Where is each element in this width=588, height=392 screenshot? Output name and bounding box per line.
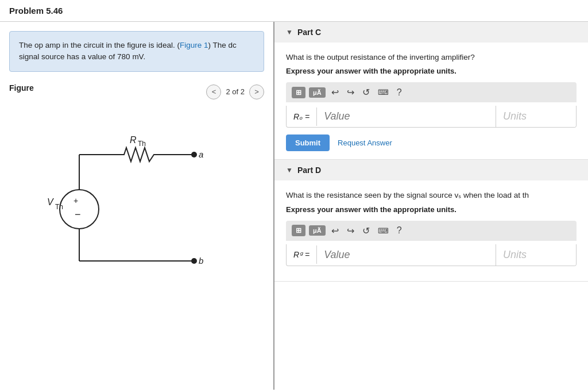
page-header: Problem 5.46 (0, 0, 588, 22)
figure-nav: < 2 of 2 > (206, 84, 264, 99)
part-c-instruction: Express your answer with the appropriate… (286, 67, 577, 75)
svg-text:Th: Th (55, 203, 63, 211)
part-d-section: ▼ Part D What is the resistance seen by … (274, 160, 588, 281)
part-c-header[interactable]: ▼ Part C (274, 22, 588, 43)
keyboard-btn-d[interactable]: ⌨ (376, 225, 391, 236)
part-c-actions: Submit Request Answer (286, 134, 577, 151)
part-d-value-input[interactable] (317, 244, 496, 266)
part-d-label-cell: Rᵍ = (287, 245, 317, 264)
chevron-down-icon-c: ▼ (286, 28, 293, 36)
part-d-units-box: Units (496, 244, 576, 266)
right-panel: ▼ Part C What is the output resistance o… (274, 22, 588, 390)
svg-text:b: b (199, 256, 203, 266)
refresh-btn-d[interactable]: ↺ (360, 224, 372, 237)
mu-btn-c[interactable]: μÃ (309, 87, 326, 98)
svg-text:Th: Th (138, 140, 146, 148)
help-btn-d[interactable]: ? (394, 224, 404, 237)
part-d-answer-row: Rᵍ = Units (286, 244, 577, 266)
part-c-question: What is the output resistance of the inv… (286, 49, 577, 63)
refresh-btn-c[interactable]: ↺ (360, 86, 372, 99)
part-c-label: Part C (297, 28, 321, 37)
svg-text:+: + (74, 196, 78, 205)
figure-link[interactable]: Figure 1 (180, 41, 208, 49)
request-answer-link-c[interactable]: Request Answer (338, 139, 392, 147)
nav-prev-button[interactable]: < (206, 84, 221, 99)
page-indicator: 2 of 2 (226, 87, 245, 96)
part-d-header[interactable]: ▼ Part D (274, 160, 588, 180)
part-c-answer-row: Rₒ = Units (286, 106, 577, 128)
matrix-icon-d[interactable]: ⊞ (292, 225, 305, 236)
part-c-label-cell: Rₒ = (287, 107, 317, 126)
part-c-units-box: Units (496, 106, 576, 127)
problem-text-box: The op amp in the circuit in the figure … (9, 31, 264, 72)
matrix-icon-c[interactable]: ⊞ (292, 87, 305, 98)
svg-text:a: a (199, 149, 203, 159)
part-c-value-input[interactable] (317, 106, 496, 127)
part-d-toolbar: ⊞ μÃ ↩ ↪ ↺ ⌨ ? (286, 221, 577, 241)
chevron-down-icon-d: ▼ (286, 166, 293, 174)
part-c-section: ▼ Part C What is the output resistance o… (274, 22, 588, 160)
redo-btn-d[interactable]: ↪ (345, 224, 357, 237)
nav-next-button[interactable]: > (249, 84, 264, 99)
svg-point-4 (191, 152, 197, 157)
redo-btn-c[interactable]: ↪ (345, 86, 357, 99)
mu-btn-d[interactable]: μÃ (309, 225, 326, 236)
svg-text:R: R (130, 135, 137, 145)
svg-text:V: V (47, 197, 54, 207)
part-d-instruction: Express your answer with the appropriate… (286, 205, 577, 214)
part-c-toolbar: ⊞ μÃ ↩ ↪ ↺ ⌨ ? (286, 82, 577, 102)
svg-point-14 (191, 258, 197, 264)
svg-text:−: − (75, 209, 81, 220)
part-d-label: Part D (297, 166, 321, 175)
undo-btn-d[interactable]: ↩ (329, 224, 341, 237)
left-panel: The op amp in the circuit in the figure … (0, 22, 274, 390)
undo-btn-c[interactable]: ↩ (329, 86, 341, 99)
help-btn-c[interactable]: ? (394, 86, 404, 99)
problem-text-before-link: The op amp in the circuit in the figure … (19, 41, 180, 49)
page-title: Problem 5.46 (9, 6, 63, 16)
submit-button-c[interactable]: Submit (286, 134, 330, 151)
keyboard-btn-c[interactable]: ⌨ (376, 87, 391, 98)
circuit-diagram: R Th a + − V Th (9, 109, 264, 287)
part-d-question: What is the resistance seen by the signa… (286, 187, 577, 201)
